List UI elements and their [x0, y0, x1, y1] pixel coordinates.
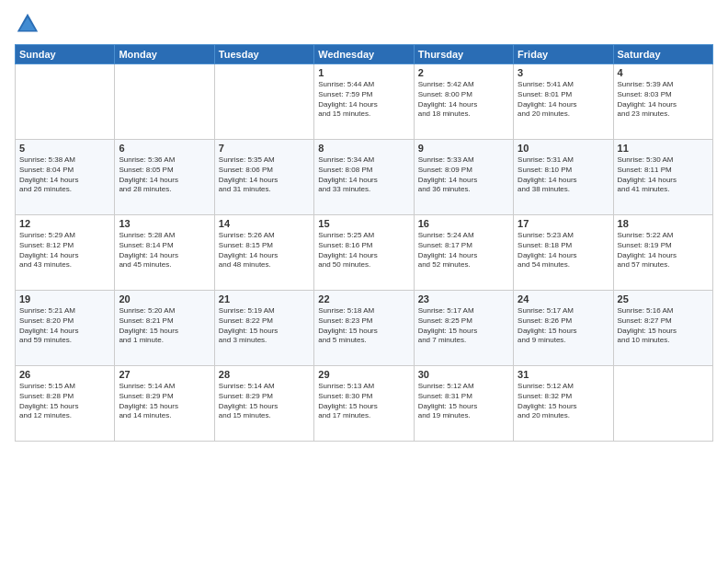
calendar-cell: 19Sunrise: 5:21 AM Sunset: 8:20 PM Dayli… [16, 291, 115, 366]
calendar-header-wednesday: Wednesday [314, 45, 414, 64]
calendar-cell: 22Sunrise: 5:18 AM Sunset: 8:23 PM Dayli… [314, 291, 414, 366]
day-info: Sunrise: 5:12 AM Sunset: 8:31 PM Dayligh… [418, 382, 509, 421]
day-number: 27 [119, 369, 210, 380]
calendar-week-row: 5Sunrise: 5:38 AM Sunset: 8:04 PM Daylig… [16, 140, 713, 215]
day-number: 11 [618, 143, 709, 154]
calendar-header-sunday: Sunday [16, 45, 115, 64]
day-info: Sunrise: 5:41 AM Sunset: 8:01 PM Dayligh… [518, 80, 609, 120]
day-number: 3 [518, 67, 609, 78]
calendar-cell [16, 64, 115, 140]
day-number: 18 [618, 218, 709, 229]
calendar-cell: 7Sunrise: 5:35 AM Sunset: 8:06 PM Daylig… [214, 140, 313, 215]
calendar-cell: 16Sunrise: 5:24 AM Sunset: 8:17 PM Dayli… [414, 215, 513, 291]
day-info: Sunrise: 5:33 AM Sunset: 8:09 PM Dayligh… [418, 155, 509, 195]
calendar-week-row: 1Sunrise: 5:44 AM Sunset: 7:59 PM Daylig… [16, 64, 713, 140]
day-info: Sunrise: 5:12 AM Sunset: 8:32 PM Dayligh… [518, 382, 609, 421]
calendar-cell: 4Sunrise: 5:39 AM Sunset: 8:03 PM Daylig… [613, 64, 712, 140]
day-number: 5 [19, 143, 110, 154]
day-info: Sunrise: 5:16 AM Sunset: 8:27 PM Dayligh… [618, 306, 709, 346]
day-number: 16 [418, 218, 509, 229]
day-number: 31 [518, 369, 609, 380]
day-number: 15 [318, 218, 409, 229]
day-number: 26 [19, 369, 110, 380]
day-number: 19 [19, 293, 110, 304]
calendar-header-thursday: Thursday [414, 45, 513, 64]
calendar-header-monday: Monday [115, 45, 214, 64]
day-number: 29 [318, 369, 409, 380]
day-number: 13 [119, 218, 210, 229]
calendar-cell [115, 64, 214, 140]
calendar-cell: 23Sunrise: 5:17 AM Sunset: 8:25 PM Dayli… [414, 291, 513, 366]
calendar-cell: 2Sunrise: 5:42 AM Sunset: 8:00 PM Daylig… [414, 64, 513, 140]
day-number: 10 [518, 143, 609, 154]
day-info: Sunrise: 5:19 AM Sunset: 8:22 PM Dayligh… [219, 306, 310, 346]
day-info: Sunrise: 5:31 AM Sunset: 8:10 PM Dayligh… [518, 155, 609, 195]
calendar-header-row: SundayMondayTuesdayWednesdayThursdayFrid… [16, 45, 713, 64]
calendar-cell: 6Sunrise: 5:36 AM Sunset: 8:05 PM Daylig… [115, 140, 214, 215]
day-info: Sunrise: 5:38 AM Sunset: 8:04 PM Dayligh… [19, 155, 110, 195]
day-number: 17 [518, 218, 609, 229]
calendar-week-row: 26Sunrise: 5:15 AM Sunset: 8:28 PM Dayli… [16, 366, 713, 442]
calendar-cell: 31Sunrise: 5:12 AM Sunset: 8:32 PM Dayli… [514, 366, 613, 442]
calendar-week-row: 19Sunrise: 5:21 AM Sunset: 8:20 PM Dayli… [16, 291, 713, 366]
day-number: 7 [219, 143, 310, 154]
day-info: Sunrise: 5:30 AM Sunset: 8:11 PM Dayligh… [618, 155, 709, 195]
day-info: Sunrise: 5:42 AM Sunset: 8:00 PM Dayligh… [418, 80, 509, 120]
calendar-cell: 10Sunrise: 5:31 AM Sunset: 8:10 PM Dayli… [514, 140, 613, 215]
calendar-cell: 18Sunrise: 5:22 AM Sunset: 8:19 PM Dayli… [613, 215, 712, 291]
day-info: Sunrise: 5:34 AM Sunset: 8:08 PM Dayligh… [318, 155, 409, 195]
day-info: Sunrise: 5:26 AM Sunset: 8:15 PM Dayligh… [219, 231, 310, 270]
day-number: 23 [418, 293, 509, 304]
calendar-cell: 21Sunrise: 5:19 AM Sunset: 8:22 PM Dayli… [214, 291, 313, 366]
calendar-header-saturday: Saturday [613, 45, 712, 64]
day-number: 25 [618, 293, 709, 304]
day-info: Sunrise: 5:21 AM Sunset: 8:20 PM Dayligh… [19, 306, 110, 346]
calendar-cell: 24Sunrise: 5:17 AM Sunset: 8:26 PM Dayli… [514, 291, 613, 366]
day-info: Sunrise: 5:24 AM Sunset: 8:17 PM Dayligh… [418, 231, 509, 270]
day-info: Sunrise: 5:22 AM Sunset: 8:19 PM Dayligh… [618, 231, 709, 270]
day-number: 30 [418, 369, 509, 380]
day-number: 28 [219, 369, 310, 380]
calendar-cell: 8Sunrise: 5:34 AM Sunset: 8:08 PM Daylig… [314, 140, 414, 215]
calendar-cell: 26Sunrise: 5:15 AM Sunset: 8:28 PM Dayli… [16, 366, 115, 442]
calendar-cell: 3Sunrise: 5:41 AM Sunset: 8:01 PM Daylig… [514, 64, 613, 140]
day-info: Sunrise: 5:29 AM Sunset: 8:12 PM Dayligh… [19, 231, 110, 270]
day-info: Sunrise: 5:20 AM Sunset: 8:21 PM Dayligh… [119, 306, 210, 346]
day-info: Sunrise: 5:13 AM Sunset: 8:30 PM Dayligh… [318, 382, 409, 421]
day-number: 8 [318, 143, 409, 154]
day-info: Sunrise: 5:15 AM Sunset: 8:28 PM Dayligh… [19, 382, 110, 421]
day-number: 6 [119, 143, 210, 154]
day-number: 22 [318, 293, 409, 304]
day-info: Sunrise: 5:23 AM Sunset: 8:18 PM Dayligh… [518, 231, 609, 270]
calendar-cell [214, 64, 313, 140]
day-info: Sunrise: 5:14 AM Sunset: 8:29 PM Dayligh… [219, 382, 310, 421]
day-number: 24 [518, 293, 609, 304]
day-info: Sunrise: 5:17 AM Sunset: 8:25 PM Dayligh… [418, 306, 509, 346]
calendar-cell: 17Sunrise: 5:23 AM Sunset: 8:18 PM Dayli… [514, 215, 613, 291]
calendar-cell: 1Sunrise: 5:44 AM Sunset: 7:59 PM Daylig… [314, 64, 414, 140]
logo-icon [15, 11, 40, 37]
day-info: Sunrise: 5:14 AM Sunset: 8:29 PM Dayligh… [119, 382, 210, 421]
day-number: 20 [119, 293, 210, 304]
page: SundayMondayTuesdayWednesdayThursdayFrid… [0, 0, 728, 563]
day-number: 14 [219, 218, 310, 229]
calendar-cell: 11Sunrise: 5:30 AM Sunset: 8:11 PM Dayli… [613, 140, 712, 215]
calendar-cell: 25Sunrise: 5:16 AM Sunset: 8:27 PM Dayli… [613, 291, 712, 366]
header [15, 11, 713, 37]
calendar-header-friday: Friday [514, 45, 613, 64]
calendar-table: SundayMondayTuesdayWednesdayThursdayFrid… [15, 44, 713, 442]
day-info: Sunrise: 5:39 AM Sunset: 8:03 PM Dayligh… [618, 80, 709, 120]
day-info: Sunrise: 5:44 AM Sunset: 7:59 PM Dayligh… [318, 80, 409, 120]
day-number: 12 [19, 218, 110, 229]
calendar-cell: 27Sunrise: 5:14 AM Sunset: 8:29 PM Dayli… [115, 366, 214, 442]
calendar-cell: 14Sunrise: 5:26 AM Sunset: 8:15 PM Dayli… [214, 215, 313, 291]
day-info: Sunrise: 5:35 AM Sunset: 8:06 PM Dayligh… [219, 155, 310, 195]
calendar-cell: 28Sunrise: 5:14 AM Sunset: 8:29 PM Dayli… [214, 366, 313, 442]
calendar-cell: 15Sunrise: 5:25 AM Sunset: 8:16 PM Dayli… [314, 215, 414, 291]
calendar-header-tuesday: Tuesday [214, 45, 313, 64]
calendar-cell: 29Sunrise: 5:13 AM Sunset: 8:30 PM Dayli… [314, 366, 414, 442]
day-info: Sunrise: 5:28 AM Sunset: 8:14 PM Dayligh… [119, 231, 210, 270]
day-info: Sunrise: 5:36 AM Sunset: 8:05 PM Dayligh… [119, 155, 210, 195]
day-info: Sunrise: 5:18 AM Sunset: 8:23 PM Dayligh… [318, 306, 409, 346]
logo [15, 11, 44, 37]
